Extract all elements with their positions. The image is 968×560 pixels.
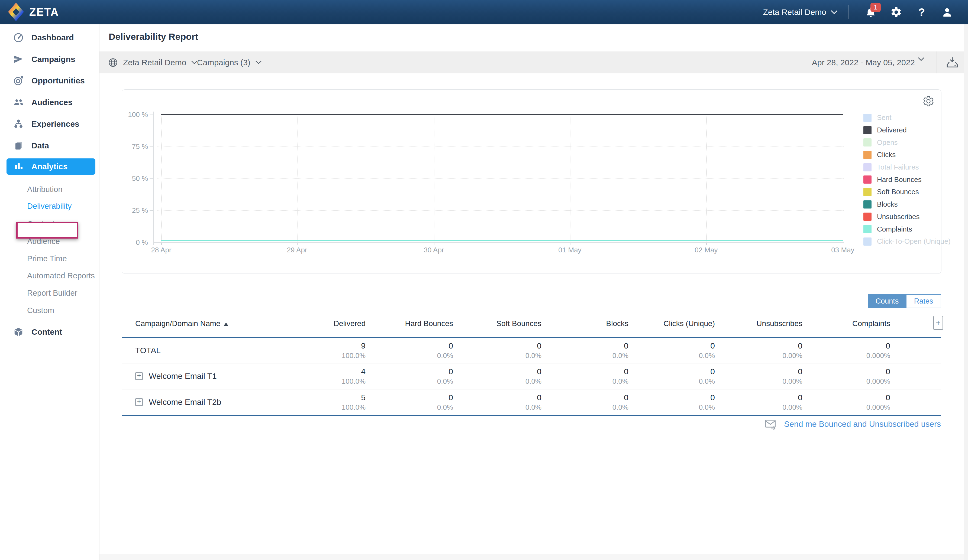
- chart-settings-gear-icon[interactable]: [922, 95, 935, 107]
- sidebar-subitem-prime-time[interactable]: Prime Time: [0, 251, 99, 266]
- sidebar-item-campaigns[interactable]: Campaigns: [0, 51, 99, 68]
- legend-item-clicks[interactable]: Clicks: [864, 149, 951, 161]
- cell-count: 0: [453, 392, 542, 403]
- legend-item-click-to-open[interactable]: Click-To-Open (Unique): [864, 235, 951, 248]
- sidebar-item-experiences[interactable]: Experiences: [0, 116, 99, 132]
- user-avatar-icon: [941, 6, 953, 18]
- legend-swatch: [864, 200, 872, 208]
- download-icon: [945, 56, 959, 69]
- account-filter-dropdown[interactable]: Zeta Retail Demo: [108, 51, 197, 73]
- envelope-arrow-icon: [764, 419, 777, 429]
- legend-swatch: [864, 175, 872, 183]
- x-axis-label: 28 Apr: [139, 246, 183, 254]
- download-report-button[interactable]: [945, 51, 959, 73]
- sidebar-item-audiences[interactable]: Audiences: [0, 94, 99, 111]
- sidebar-subitem-deliverability[interactable]: Deliverability: [0, 198, 99, 214]
- gridline-30apr: [434, 115, 434, 242]
- send-bounced-unsubscribed-link[interactable]: Send me Bounced and Unsubscribed users: [784, 420, 941, 429]
- sidebar-item-opportunities[interactable]: Opportunities: [0, 73, 99, 89]
- column-header-clicks-unique[interactable]: Clicks (Unique): [628, 310, 715, 337]
- notification-badge: 1: [870, 3, 881, 12]
- legend-item-soft-bounces[interactable]: Soft Bounces: [864, 186, 951, 198]
- row-name[interactable]: Welcome Email T1: [149, 372, 217, 381]
- help-icon: ?: [918, 6, 925, 18]
- date-range-picker[interactable]: Apr 28, 2022 - May 05, 2022: [812, 51, 925, 73]
- cell-rate: 0.000%: [802, 403, 890, 412]
- sidebar-item-label: Dashboard: [31, 33, 74, 42]
- sidebar-item-dashboard[interactable]: Dashboard: [0, 30, 99, 46]
- chevron-down-icon: [191, 60, 197, 64]
- cell-rate: 0.00%: [715, 377, 802, 386]
- legend-label: Opens: [877, 139, 898, 147]
- people-icon: [13, 97, 24, 108]
- account-name: Zeta Retail Demo: [763, 8, 826, 17]
- gridline-50: [157, 178, 844, 179]
- gridline-02may: [706, 115, 707, 242]
- subitem-label: Prime Time: [27, 254, 67, 263]
- legend-swatch: [864, 114, 872, 122]
- vertical-scrollbar[interactable]: [964, 24, 968, 560]
- add-columns-button[interactable]: [933, 316, 943, 330]
- cell-rate: 0.0%: [628, 403, 715, 412]
- send-row: Send me Bounced and Unsubscribed users: [122, 417, 941, 431]
- column-header-campaign[interactable]: Campaign/Domain Name: [122, 310, 284, 337]
- cell-rate: 0.0%: [366, 377, 453, 386]
- expand-row-icon[interactable]: [135, 398, 143, 406]
- legend-label: Total Failures: [877, 163, 919, 172]
- cell-rate: 0.00%: [715, 351, 802, 360]
- sidebar-subitem-report-builder[interactable]: Report Builder: [0, 286, 99, 301]
- counts-tab[interactable]: Counts: [868, 294, 906, 308]
- delivered-series-line: [161, 114, 843, 116]
- campaigns-filter-dropdown[interactable]: Campaigns (3): [197, 51, 262, 73]
- gridline-03may: [843, 115, 843, 242]
- notifications-button[interactable]: 1: [865, 6, 877, 18]
- column-header-blocks[interactable]: Blocks: [542, 310, 628, 337]
- legend-swatch: [864, 225, 872, 233]
- sidebar-item-content[interactable]: Content: [0, 324, 99, 340]
- column-header-label: Campaign/Domain Name: [135, 319, 220, 328]
- expand-row-icon[interactable]: [135, 372, 143, 380]
- user-menu-button[interactable]: [941, 6, 953, 18]
- sidebar: Dashboard Campaigns Opportunities Audien…: [0, 24, 99, 560]
- column-header-delivered[interactable]: Delivered: [284, 310, 366, 337]
- column-header-complaints[interactable]: Complaints: [802, 310, 890, 337]
- column-header-soft-bounces[interactable]: Soft Bounces: [453, 310, 542, 337]
- x-axis-label: 01 May: [548, 246, 592, 254]
- legend-item-total-failures[interactable]: Total Failures: [864, 161, 951, 173]
- row-name[interactable]: Welcome Email T2b: [149, 398, 221, 407]
- legend-item-complaints[interactable]: Complaints: [864, 223, 951, 235]
- legend-item-sent[interactable]: Sent: [864, 112, 951, 124]
- legend-item-blocks[interactable]: Blocks: [864, 198, 951, 211]
- settings-button[interactable]: [890, 6, 902, 18]
- y-tick-mark: [149, 114, 153, 115]
- account-switcher[interactable]: Zeta Retail Demo: [763, 8, 838, 17]
- gear-icon: [890, 6, 902, 18]
- sidebar-item-analytics[interactable]: Analytics: [7, 159, 95, 175]
- column-header-unsubscribes[interactable]: Unsubscribes: [715, 310, 802, 337]
- rates-tab[interactable]: Rates: [906, 294, 941, 308]
- help-button[interactable]: ?: [915, 6, 928, 18]
- sidebar-subitem-automated-reports[interactable]: Automated Reports: [0, 268, 99, 283]
- cell-count: 0: [628, 367, 715, 377]
- sidebar-subitem-attribution[interactable]: Attribution: [0, 182, 99, 197]
- legend-item-hard-bounces[interactable]: Hard Bounces: [864, 173, 951, 186]
- x-axis-label: 29 Apr: [275, 246, 319, 254]
- zeta-logo[interactable]: ZETA: [8, 2, 59, 21]
- page-title: Deliverability Report: [109, 31, 198, 42]
- x-tick-mark: [843, 243, 843, 245]
- cell-count: 4: [284, 367, 366, 377]
- y-axis-tick-100: 100 %: [118, 111, 148, 119]
- column-header-hard-bounces[interactable]: Hard Bounces: [366, 310, 453, 337]
- target-icon: [13, 75, 24, 86]
- legend-item-unsubscribes[interactable]: Unsubscribes: [864, 211, 951, 223]
- brand-name: ZETA: [29, 6, 59, 18]
- content-end-strip: [99, 554, 968, 560]
- legend-item-delivered[interactable]: Delivered: [864, 124, 951, 137]
- sidebar-item-data[interactable]: Data: [0, 137, 99, 154]
- sidebar-subitem-custom[interactable]: Custom: [0, 303, 99, 318]
- cell-rate: 0.0%: [453, 403, 542, 412]
- subitem-label: Attribution: [27, 185, 63, 194]
- cell-count: 0: [366, 367, 453, 377]
- legend-item-opens[interactable]: Opens: [864, 136, 951, 149]
- top-navbar: ZETA Zeta Retail Demo 1: [0, 0, 968, 24]
